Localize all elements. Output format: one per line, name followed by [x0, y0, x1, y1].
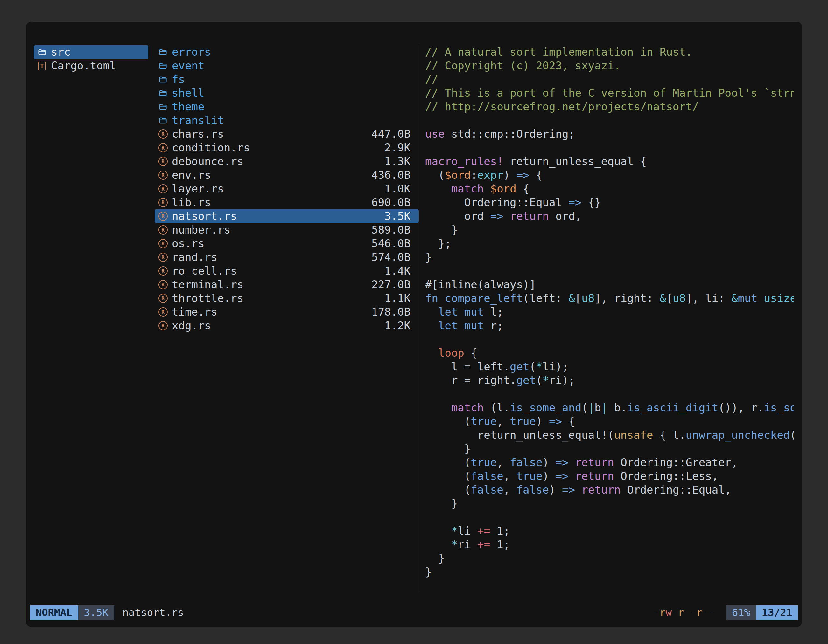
dir-item-fs[interactable]: fs: [155, 72, 419, 86]
code-line: }: [425, 565, 794, 579]
folder-icon: [158, 47, 168, 57]
code-line: [425, 141, 794, 155]
code-line: }: [425, 442, 794, 456]
status-filename: natsort.rs: [122, 606, 184, 619]
code-line: ($ord:expr) => {: [425, 168, 794, 182]
item-size: 690.0B: [372, 196, 411, 209]
rust-file-icon: R: [158, 252, 168, 263]
item-label: translit: [172, 114, 224, 127]
file-item-number.rs[interactable]: Rnumber.rs589.0B: [155, 223, 419, 237]
item-label: errors: [172, 45, 211, 59]
item-size: 1.1K: [384, 291, 411, 305]
file-size-badge: 3.5K: [78, 605, 114, 620]
item-label: Cargo.toml: [51, 59, 116, 72]
rust-file-icon: R: [158, 280, 168, 290]
code-line: // A natural sort implementation in Rust…: [425, 45, 794, 59]
dir-item-translit[interactable]: translit: [155, 114, 419, 127]
code-line: [425, 114, 794, 127]
file-item-debounce.rs[interactable]: Rdebounce.rs1.3K: [155, 155, 419, 168]
toml-file-icon: T: [37, 61, 47, 71]
code-line: // http://sourcefrog.net/projects/natsor…: [425, 100, 794, 114]
file-item-terminal.rs[interactable]: Rterminal.rs227.0B: [155, 278, 419, 291]
code-line: return_unless_equal!(unsafe { l.unwrap_u…: [425, 428, 794, 442]
preview-pane[interactable]: // A natural sort implementation in Rust…: [419, 45, 794, 592]
terminal-window: srcTCargo.toml errorseventfsshellthemetr…: [26, 22, 802, 627]
rust-file-icon: R: [158, 321, 168, 331]
code-line: [425, 332, 794, 346]
rust-file-icon: R: [158, 129, 168, 139]
code-line: }: [425, 223, 794, 237]
file-item-chars.rs[interactable]: Rchars.rs447.0B: [155, 127, 419, 141]
code-line: (true, false) => return Ordering::Greate…: [425, 456, 794, 469]
file-item-rand.rs[interactable]: Rrand.rs574.0B: [155, 251, 419, 264]
rust-file-icon: R: [158, 184, 168, 194]
code-line: }: [425, 497, 794, 510]
rust-file-icon: R: [158, 211, 168, 221]
code-line: r = right.get(*ri);: [425, 373, 794, 387]
dir-item-event[interactable]: event: [155, 59, 419, 72]
folder-icon: [158, 74, 168, 85]
file-item-lib.rs[interactable]: Rlib.rs690.0B: [155, 196, 419, 209]
code-line: ord => return ord,: [425, 209, 794, 223]
folder-icon: [158, 116, 168, 126]
code-line: fn compare_left(left: &[u8], right: &[u8…: [425, 291, 794, 305]
file-item-env.rs[interactable]: Renv.rs436.0B: [155, 168, 419, 182]
code-line: macro_rules! return_unless_equal {: [425, 155, 794, 168]
rust-file-icon: R: [158, 225, 168, 235]
code-line: (true, true) => {: [425, 415, 794, 428]
dir-item-errors[interactable]: errors: [155, 45, 419, 59]
rust-file-icon: R: [158, 307, 168, 317]
mode-badge: NORMAL: [30, 605, 78, 620]
item-label: xdg.rs: [172, 319, 211, 332]
item-label: throttle.rs: [172, 291, 243, 305]
dir-item-src[interactable]: src: [34, 45, 148, 59]
rust-file-icon: R: [158, 239, 168, 249]
code-line: match (l.is_some_and(|b| b.is_ascii_digi…: [425, 401, 794, 415]
code-line: [425, 264, 794, 278]
item-size: 178.0B: [372, 305, 411, 319]
file-item-os.rs[interactable]: Ros.rs546.0B: [155, 237, 419, 251]
item-size: 1.0K: [384, 182, 411, 196]
status-bar: NORMAL 3.5K natsort.rs -rw-r--r-- 61% 13…: [30, 605, 798, 620]
file-item-ro_cell.rs[interactable]: Rro_cell.rs1.4K: [155, 264, 419, 278]
file-item-layer.rs[interactable]: Rlayer.rs1.0K: [155, 182, 419, 196]
item-label: event: [172, 59, 204, 72]
item-size: 574.0B: [372, 251, 411, 264]
rust-file-icon: R: [158, 143, 168, 153]
parent-pane[interactable]: srcTCargo.toml: [34, 45, 148, 592]
rust-file-icon: R: [158, 157, 168, 167]
dir-item-theme[interactable]: theme: [155, 100, 419, 114]
file-item-time.rs[interactable]: Rtime.rs178.0B: [155, 305, 419, 319]
code-line: match $ord {: [425, 182, 794, 196]
current-pane[interactable]: errorseventfsshellthemetranslitRchars.rs…: [155, 45, 419, 592]
code-line: (false, true) => return Ordering::Less,: [425, 469, 794, 483]
percent-badge: 61%: [726, 605, 756, 620]
code-line: let mut l;: [425, 305, 794, 319]
rust-file-icon: R: [158, 197, 168, 208]
status-right: -rw-r--r-- 61% 13/21: [653, 605, 798, 620]
item-label: rand.rs: [172, 251, 217, 264]
item-label: ro_cell.rs: [172, 264, 237, 278]
code-line: *ri += 1;: [425, 538, 794, 552]
file-item-throttle.rs[interactable]: Rthrottle.rs1.1K: [155, 291, 419, 305]
item-label: natsort.rs: [172, 209, 237, 223]
dir-item-shell[interactable]: shell: [155, 86, 419, 100]
item-size: 3.5K: [384, 209, 411, 223]
code-line: // This is a port of the C version of Ma…: [425, 86, 794, 100]
item-label: number.rs: [172, 223, 231, 237]
code-line: //: [425, 72, 794, 86]
file-item-natsort.rs[interactable]: Rnatsort.rs3.5K: [155, 209, 419, 223]
code-line: };: [425, 237, 794, 251]
item-size: 1.4K: [384, 264, 411, 278]
item-label: fs: [172, 72, 185, 86]
code-line: l = left.get(*li);: [425, 360, 794, 373]
item-size: 1.3K: [384, 155, 411, 168]
folder-icon: [158, 61, 168, 71]
item-label: shell: [172, 86, 204, 100]
code-line: *li += 1;: [425, 524, 794, 538]
code-line: let mut r;: [425, 319, 794, 332]
item-size: 447.0B: [372, 127, 411, 141]
file-item-xdg.rs[interactable]: Rxdg.rs1.2K: [155, 319, 419, 332]
file-item-condition.rs[interactable]: Rcondition.rs2.9K: [155, 141, 419, 155]
file-item-Cargo.toml[interactable]: TCargo.toml: [34, 59, 148, 72]
